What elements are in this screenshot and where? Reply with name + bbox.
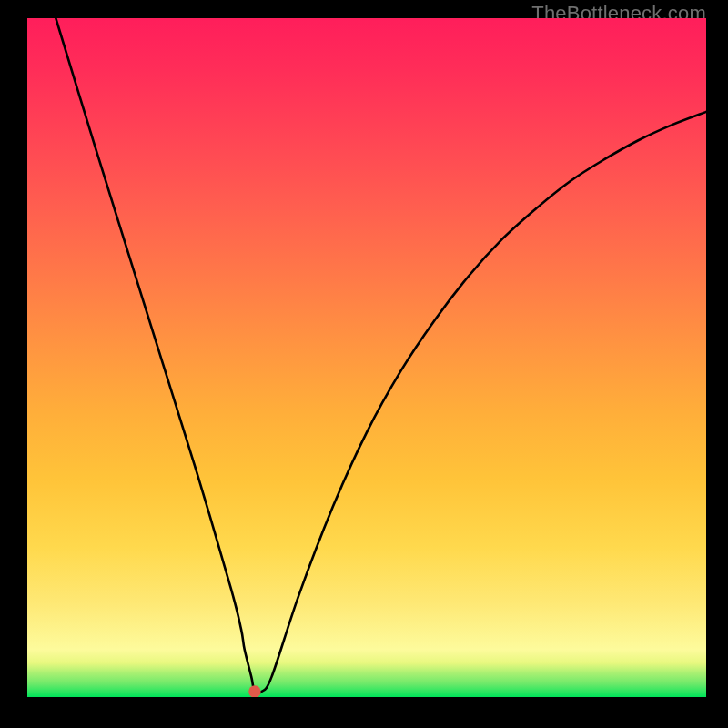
bottleneck-curve [27, 18, 706, 697]
chart-frame: TheBottleneck.com [0, 0, 728, 728]
plot-area [27, 18, 706, 697]
curve-line [56, 18, 706, 693]
optimal-marker [248, 685, 260, 697]
